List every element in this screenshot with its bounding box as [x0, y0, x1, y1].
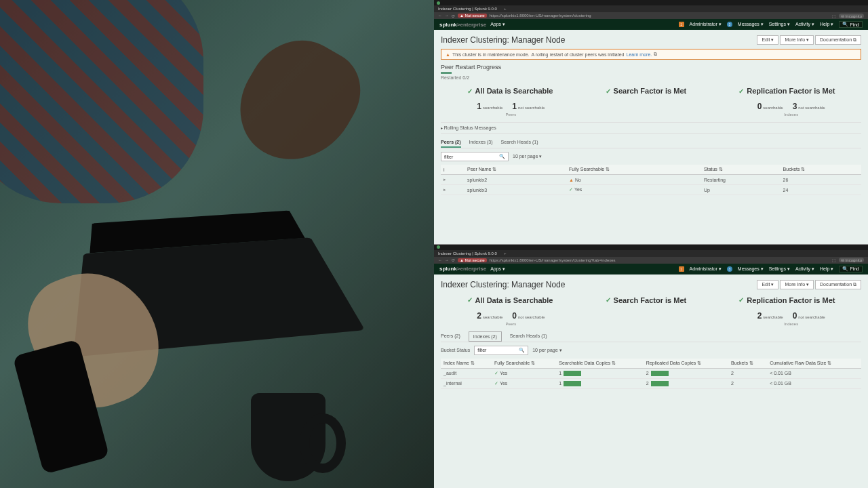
metric-peers-searchable: 2 searchable: [477, 311, 502, 321]
help-menu[interactable]: Help ▾: [820, 266, 833, 272]
messages-menu[interactable]: Messages ▾: [738, 266, 764, 272]
new-tab-icon[interactable]: +: [504, 7, 507, 11]
indexes-table: Index Name ⇅ Fully Searchable ⇅ Searchab…: [441, 359, 861, 389]
tab-indexes[interactable]: Indexes (2): [469, 331, 502, 342]
nav-reload-icon[interactable]: ⟳: [452, 258, 455, 262]
external-link-icon: ⧉: [654, 52, 657, 57]
window-control-icon[interactable]: [437, 1, 440, 5]
tab-peers[interactable]: Peers (2): [441, 138, 461, 148]
browser-tabbar: Indexer Clustering | Splunk 9.0.0 +: [434, 250, 868, 257]
check-icon: ✓: [494, 381, 498, 386]
extension-icon[interactable]: ⬚: [832, 14, 836, 18]
per-page-dropdown[interactable]: 10 per page ▾: [532, 348, 561, 353]
more-info-button[interactable]: More Info ▾: [780, 35, 814, 45]
security-warning[interactable]: ▲ Not secure: [458, 258, 487, 262]
window-titlebar: [434, 245, 868, 250]
brand-logo[interactable]: splunk>enterprise: [439, 22, 486, 28]
documentation-button[interactable]: Documentation ⧉: [815, 280, 861, 289]
copy-bar: [651, 381, 669, 386]
admin-menu[interactable]: Administrator ▾: [690, 22, 722, 27]
browser-tabbar: Indexer Clustering | Splunk 9.0.0 +: [434, 5, 868, 12]
filter-input[interactable]: filter🔍: [441, 152, 509, 161]
col-searchable[interactable]: Fully Searchable ⇅: [566, 165, 701, 175]
more-info-button[interactable]: More Info ▾: [780, 280, 814, 289]
metric-peers-searchable: 1 searchable: [477, 102, 502, 111]
activity-menu[interactable]: Activity ▾: [795, 266, 814, 272]
col-buckets[interactable]: Buckets ⇅: [781, 165, 861, 175]
page-title: Indexer Clustering: Manager Node: [441, 35, 565, 45]
new-tab-icon[interactable]: +: [504, 251, 507, 256]
messages-badge: 3: [727, 266, 732, 272]
tab-indexes[interactable]: Indexes (3): [469, 138, 493, 148]
find-input[interactable]: 🔍 Find: [839, 266, 863, 272]
incognito-badge: ⊖ Incognito: [839, 14, 864, 18]
table-row: _internal ✓ Yes 1 2 2 < 0.01 GB: [441, 378, 861, 388]
settings-menu[interactable]: Settings ▾: [769, 266, 790, 272]
check-icon: ✓: [467, 87, 473, 95]
expand-icon[interactable]: ▸: [443, 187, 446, 192]
nav-back-icon[interactable]: ←: [438, 258, 442, 262]
nav-reload-icon[interactable]: ⟳: [452, 14, 455, 18]
warning-icon: ▲: [446, 52, 450, 57]
metric-peers-notsearchable: 1 not searchable: [512, 102, 545, 111]
settings-menu[interactable]: Settings ▾: [769, 22, 790, 27]
col-expand[interactable]: i: [441, 165, 465, 175]
col-raw-size[interactable]: Cumulative Raw Data Size ⇅: [767, 359, 861, 369]
nav-fwd-icon[interactable]: →: [445, 258, 449, 262]
tab-search-heads[interactable]: Search Heads (1): [501, 138, 538, 148]
browser-tab[interactable]: Indexer Clustering | Splunk 9.0.0: [438, 7, 497, 11]
expand-icon[interactable]: ▸: [443, 177, 446, 182]
admin-menu[interactable]: Administrator ▾: [690, 266, 722, 272]
col-peer-name[interactable]: Peer Name ⇅: [465, 165, 566, 175]
learn-more-link[interactable]: Learn more.: [627, 52, 652, 57]
screenshot-bottom: Indexer Clustering | Splunk 9.0.0 + ← → …: [434, 245, 868, 489]
apps-menu[interactable]: Apps ▾: [490, 22, 505, 27]
table-row: _audit ✓ Yes 1 2 2 < 0.01 GB: [441, 368, 861, 378]
status-searchable: ✓All Data is Searchable: [467, 296, 553, 304]
url-text[interactable]: https://splunkix1:8000/en-US/manager/sys…: [490, 14, 591, 18]
col-buckets[interactable]: Buckets ⇅: [728, 359, 767, 369]
help-menu[interactable]: Help ▾: [820, 22, 833, 27]
browser-tab[interactable]: Indexer Clustering | Splunk 9.0.0: [438, 251, 497, 256]
status-replication: ✓Replication Factor is Met: [738, 296, 835, 304]
documentation-button[interactable]: Documentation ⧉: [815, 35, 861, 45]
edit-button[interactable]: Edit ▾: [757, 280, 778, 289]
tab-search-heads[interactable]: Search Heads (1): [510, 331, 547, 342]
nav-fwd-icon[interactable]: →: [445, 14, 449, 18]
tab-peers[interactable]: Peers (2): [441, 331, 460, 342]
per-page-dropdown[interactable]: 10 per page ▾: [513, 154, 542, 159]
window-control-icon[interactable]: [437, 245, 440, 249]
check-icon: ✓: [738, 87, 744, 95]
col-index-name[interactable]: Index Name ⇅: [441, 359, 492, 369]
bucket-status-label: Bucket Status: [441, 348, 470, 352]
check-icon: ✓: [494, 371, 498, 375]
metric-indexes-notsearchable: 0 not searchable: [793, 311, 825, 321]
search-icon: 🔍: [519, 348, 525, 353]
apps-menu[interactable]: Apps ▾: [490, 266, 505, 272]
url-text[interactable]: https://splunkix1:8000/en-US/manager/sys…: [490, 258, 616, 262]
nav-back-icon[interactable]: ←: [438, 14, 442, 18]
progress-bar: [441, 72, 452, 74]
filter-input[interactable]: filter🔍: [474, 346, 528, 355]
col-status[interactable]: Status ⇅: [701, 165, 781, 175]
screenshot-top: Indexer Clustering | Splunk 9.0.0 + ← → …: [434, 0, 868, 245]
brand-logo[interactable]: splunk>enterprise: [439, 266, 486, 272]
edit-button[interactable]: Edit ▾: [757, 35, 778, 45]
messages-menu[interactable]: Messages ▾: [738, 22, 764, 27]
alert-text: This cluster is in maintenance mode.: [452, 52, 530, 57]
rolling-status-toggle[interactable]: Rolling Status Messages: [441, 122, 861, 134]
browser-urlbar: ← → ⟳ ▲ Not secure https://splunkix1:800…: [434, 257, 868, 264]
browser-urlbar: ← → ⟳ ▲ Not secure https://splunkix1:800…: [434, 12, 868, 19]
status-search-factor: ✓Search Factor is Met: [606, 296, 687, 304]
col-replicated-copies[interactable]: Replicated Data Copies ⇅: [644, 359, 728, 369]
col-searchable-copies[interactable]: Searchable Data Copies ⇅: [556, 359, 643, 369]
copy-bar: [651, 371, 669, 376]
security-warning[interactable]: ▲ Not secure: [458, 14, 487, 18]
alert-detail: A rolling restart of cluster peers was i…: [532, 52, 625, 57]
find-input[interactable]: 🔍 Find: [839, 21, 863, 28]
col-searchable[interactable]: Fully Searchable ⇅: [492, 359, 556, 369]
extension-icon[interactable]: ⬚: [832, 258, 836, 262]
activity-menu[interactable]: Activity ▾: [795, 22, 814, 27]
app-navbar: splunk>enterprise Apps ▾ 1 Administrator…: [434, 19, 868, 30]
messages-badge: 3: [727, 22, 732, 27]
